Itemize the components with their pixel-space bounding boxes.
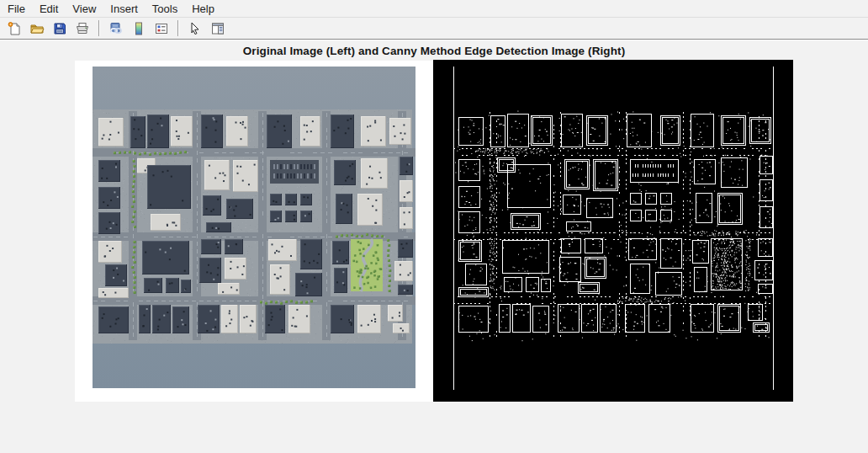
toolbar-separator — [177, 20, 179, 36]
cursor-arrow-icon — [188, 21, 203, 36]
open-file-button[interactable] — [27, 19, 47, 38]
property-inspector-button[interactable] — [208, 19, 228, 38]
printer-icon — [75, 21, 90, 36]
new-figure-button[interactable] — [4, 19, 24, 38]
open-folder-icon — [29, 21, 45, 36]
menu-help[interactable]: Help — [190, 2, 216, 16]
figure-toolbar — [0, 18, 868, 40]
menu-insert[interactable]: Insert — [108, 2, 140, 16]
canny-edge-detection-image — [433, 60, 793, 402]
menu-view[interactable]: View — [71, 2, 98, 16]
link-icon — [108, 21, 124, 36]
menu-edit[interactable]: Edit — [38, 2, 60, 16]
save-figure-button[interactable] — [50, 19, 70, 38]
edit-plot-button[interactable] — [185, 19, 205, 38]
new-document-icon — [7, 21, 22, 36]
save-floppy-icon — [52, 21, 67, 36]
colorbar-icon — [131, 21, 146, 36]
insert-colorbar-button[interactable] — [129, 19, 149, 38]
menu-tools[interactable]: Tools — [151, 2, 179, 16]
legend-icon — [154, 21, 169, 36]
figure-title: Original Image (Left) and Canny Method E… — [75, 45, 793, 57]
menu-bar: File Edit View Insert Tools Help — [0, 0, 868, 18]
link-plot-button[interactable] — [106, 19, 126, 38]
toolbar-separator — [98, 20, 100, 36]
print-figure-button[interactable] — [72, 19, 93, 38]
panel-window-icon — [210, 21, 225, 36]
figure-window: { "window": { "width": 1032, "height": 5… — [0, 0, 868, 453]
insert-legend-button[interactable] — [151, 19, 172, 38]
original-city-aerial-image — [93, 67, 415, 388]
menu-file[interactable]: File — [6, 2, 27, 16]
